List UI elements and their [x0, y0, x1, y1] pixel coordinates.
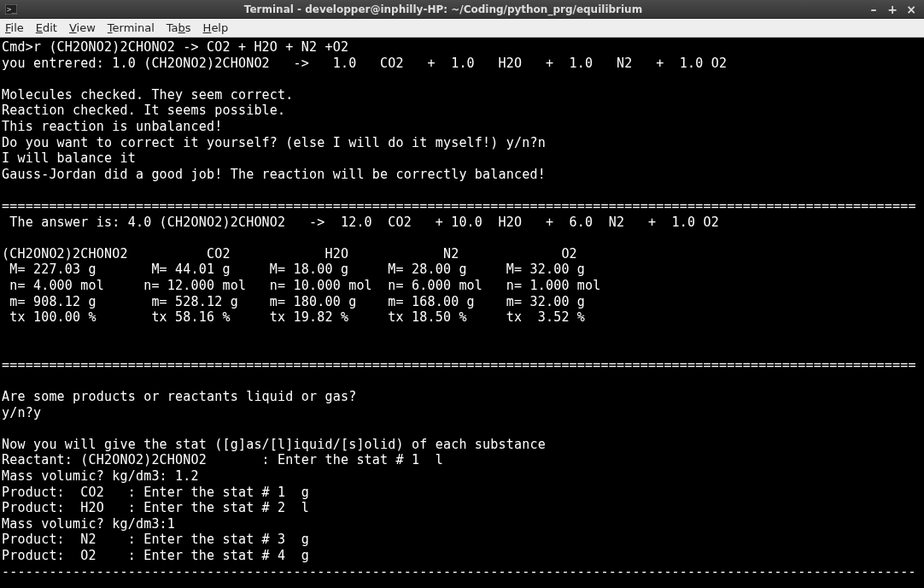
terminal-output[interactable]: Cmd>r (CH2ONO2)2CHONO2 -> CO2 + H2O + N2…: [0, 38, 924, 588]
menu-file[interactable]: File: [5, 21, 24, 34]
menu-file-rest: ile: [11, 21, 24, 34]
app-icon: >_: [3, 4, 19, 15]
maximize-button[interactable]: +: [886, 3, 898, 15]
window-controls: – + ×: [868, 3, 921, 15]
menu-help-rest: elp: [211, 21, 228, 34]
menu-edit-rest: dit: [43, 21, 57, 34]
close-button[interactable]: ×: [905, 3, 917, 15]
menu-help[interactable]: Help: [203, 21, 229, 34]
window-title: Terminal - developper@inphilly-HP: ~/Cod…: [19, 3, 868, 15]
menu-bar: File Edit View Terminal Tabs Help: [0, 19, 924, 38]
menu-view[interactable]: View: [69, 21, 96, 34]
menu-tabs[interactable]: Tabs: [167, 21, 191, 34]
menu-terminal-rest: erminal: [113, 21, 155, 34]
menu-edit[interactable]: Edit: [36, 21, 57, 34]
menu-tabs-rest: s: [185, 21, 191, 34]
menu-view-rest: iew: [77, 21, 96, 34]
minimize-button[interactable]: –: [868, 3, 880, 15]
svg-text:>_: >_: [7, 5, 16, 14]
menu-terminal[interactable]: Terminal: [108, 21, 155, 34]
window-titlebar[interactable]: >_ Terminal - developper@inphilly-HP: ~/…: [0, 0, 924, 19]
terminal-window: >_ Terminal - developper@inphilly-HP: ~/…: [0, 0, 924, 588]
